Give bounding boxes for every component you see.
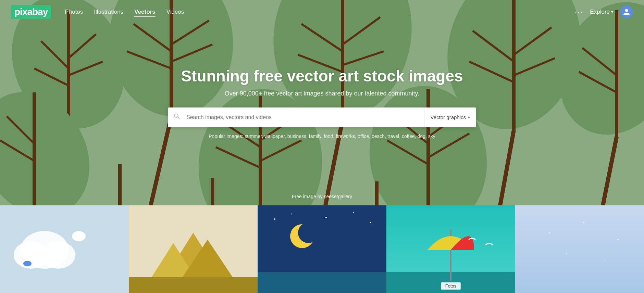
thumbnail-3[interactable]: [258, 205, 386, 293]
nav-item-photos[interactable]: Photos: [65, 9, 83, 15]
nav-right: ··· Explore ▾: [575, 5, 633, 18]
hero-content: Stunning free vector art stock images Ov…: [168, 67, 476, 139]
search-dropdown[interactable]: Vector graphics ▾: [424, 107, 476, 127]
thumb-bg-3: [258, 205, 386, 293]
svg-rect-64: [258, 205, 386, 274]
thumb-bg-5: [515, 205, 644, 293]
svg-point-66: [292, 214, 293, 215]
popular-tags: summer, wallpaper, business, family, foo…: [245, 133, 435, 139]
nav-links: Photos Illustrations Vectors Videos: [65, 9, 184, 15]
search-icon: [168, 113, 186, 122]
search-dropdown-label: Vector graphics: [431, 114, 466, 120]
thumbnail-2[interactable]: [129, 205, 258, 293]
thumb-bg-1: [0, 205, 129, 293]
svg-point-81: [566, 253, 567, 254]
thumbnail-1[interactable]: [0, 205, 129, 293]
popular-prefix: Popular images:: [209, 133, 243, 139]
svg-point-72: [298, 222, 319, 243]
thumb-bg-2: [129, 205, 258, 293]
hero-title: Stunning free vector art stock images: [168, 67, 476, 85]
thumbnails-row: Fotos: [0, 205, 644, 293]
explore-chevron-icon: ▾: [611, 10, 613, 14]
hero-section: Stunning free vector art stock images Ov…: [0, 0, 644, 205]
explore-label: Explore: [590, 9, 610, 15]
svg-rect-73: [258, 272, 386, 293]
nav-link-vectors[interactable]: Vectors: [134, 9, 155, 17]
explore-button[interactable]: Explore ▾: [590, 9, 613, 15]
svg-point-65: [274, 218, 275, 220]
nav-link-photos[interactable]: Photos: [65, 9, 83, 16]
svg-point-69: [370, 222, 371, 223]
svg-point-58: [23, 261, 32, 266]
thumbnail-label-4: Fotos: [441, 282, 461, 290]
logo[interactable]: pixabay: [11, 5, 51, 19]
nav-link-videos[interactable]: Videos: [166, 9, 184, 16]
popular-images: Popular images: summer, wallpaper, busin…: [168, 133, 476, 139]
nav-item-videos[interactable]: Videos: [166, 9, 184, 15]
svg-rect-77: [515, 205, 644, 293]
search-input[interactable]: [186, 114, 424, 120]
more-button[interactable]: ···: [575, 8, 583, 16]
thumbnail-5[interactable]: [515, 205, 644, 293]
dropdown-chevron-icon: ▾: [468, 115, 470, 120]
svg-point-80: [617, 239, 619, 240]
thumbnail-4[interactable]: Fotos: [386, 205, 515, 293]
svg-point-56: [41, 241, 75, 269]
navbar: pixabay Photos Illustrations Vectors Vid…: [0, 0, 644, 24]
svg-point-67: [325, 217, 327, 218]
nav-item-illustrations[interactable]: Illustrations: [94, 9, 123, 15]
hero-image-credit: Free image by seesetgallery: [292, 194, 352, 199]
svg-point-78: [549, 232, 550, 233]
hero-subtitle: Over 90,000+ free vector art images shar…: [168, 90, 476, 97]
user-avatar[interactable]: [620, 5, 633, 18]
thumb-bg-4: [386, 205, 515, 293]
svg-point-68: [353, 212, 354, 213]
svg-rect-63: [129, 277, 258, 293]
nav-item-vectors[interactable]: Vectors: [134, 9, 155, 15]
svg-point-79: [583, 222, 584, 223]
search-bar: Vector graphics ▾: [168, 107, 476, 127]
svg-point-57: [72, 231, 86, 241]
svg-point-82: [604, 260, 605, 261]
nav-link-illustrations[interactable]: Illustrations: [94, 9, 123, 16]
